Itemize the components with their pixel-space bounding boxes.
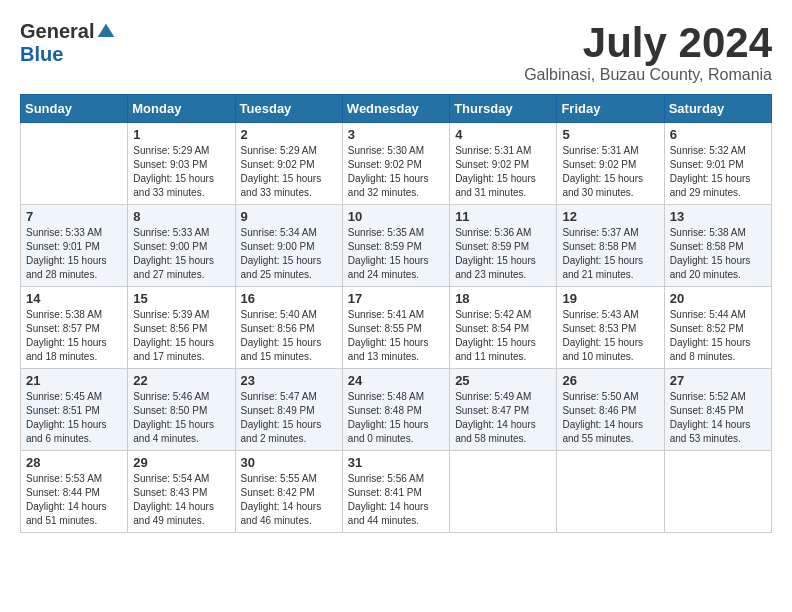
day-info: Sunrise: 5:33 AMSunset: 9:00 PMDaylight:… [133,226,229,282]
day-info: Sunrise: 5:30 AMSunset: 9:02 PMDaylight:… [348,144,444,200]
calendar-cell [450,451,557,533]
day-info: Sunrise: 5:47 AMSunset: 8:49 PMDaylight:… [241,390,337,446]
day-info: Sunrise: 5:48 AMSunset: 8:48 PMDaylight:… [348,390,444,446]
calendar-cell [557,451,664,533]
calendar-cell: 5Sunrise: 5:31 AMSunset: 9:02 PMDaylight… [557,123,664,205]
title-section: July 2024 Galbinasi, Buzau County, Roman… [524,20,772,84]
day-number: 5 [562,127,658,142]
day-info: Sunrise: 5:54 AMSunset: 8:43 PMDaylight:… [133,472,229,528]
day-number: 1 [133,127,229,142]
calendar-cell: 13Sunrise: 5:38 AMSunset: 8:58 PMDayligh… [664,205,771,287]
day-info: Sunrise: 5:56 AMSunset: 8:41 PMDaylight:… [348,472,444,528]
weekday-header-tuesday: Tuesday [235,95,342,123]
day-info: Sunrise: 5:38 AMSunset: 8:57 PMDaylight:… [26,308,122,364]
calendar-week-1: 1Sunrise: 5:29 AMSunset: 9:03 PMDaylight… [21,123,772,205]
day-number: 2 [241,127,337,142]
calendar-cell: 18Sunrise: 5:42 AMSunset: 8:54 PMDayligh… [450,287,557,369]
calendar-cell: 26Sunrise: 5:50 AMSunset: 8:46 PMDayligh… [557,369,664,451]
weekday-header-saturday: Saturday [664,95,771,123]
calendar-cell: 23Sunrise: 5:47 AMSunset: 8:49 PMDayligh… [235,369,342,451]
day-number: 11 [455,209,551,224]
day-info: Sunrise: 5:50 AMSunset: 8:46 PMDaylight:… [562,390,658,446]
day-info: Sunrise: 5:29 AMSunset: 9:03 PMDaylight:… [133,144,229,200]
day-number: 22 [133,373,229,388]
day-info: Sunrise: 5:55 AMSunset: 8:42 PMDaylight:… [241,472,337,528]
day-info: Sunrise: 5:31 AMSunset: 9:02 PMDaylight:… [455,144,551,200]
calendar-cell: 1Sunrise: 5:29 AMSunset: 9:03 PMDaylight… [128,123,235,205]
calendar-cell: 22Sunrise: 5:46 AMSunset: 8:50 PMDayligh… [128,369,235,451]
day-number: 21 [26,373,122,388]
day-number: 4 [455,127,551,142]
calendar-header-row: SundayMondayTuesdayWednesdayThursdayFrid… [21,95,772,123]
day-info: Sunrise: 5:37 AMSunset: 8:58 PMDaylight:… [562,226,658,282]
calendar-cell: 4Sunrise: 5:31 AMSunset: 9:02 PMDaylight… [450,123,557,205]
calendar-cell: 16Sunrise: 5:40 AMSunset: 8:56 PMDayligh… [235,287,342,369]
calendar-cell: 8Sunrise: 5:33 AMSunset: 9:00 PMDaylight… [128,205,235,287]
weekday-header-monday: Monday [128,95,235,123]
day-number: 29 [133,455,229,470]
logo: General Blue [20,20,116,66]
calendar-cell: 24Sunrise: 5:48 AMSunset: 8:48 PMDayligh… [342,369,449,451]
calendar-cell: 2Sunrise: 5:29 AMSunset: 9:02 PMDaylight… [235,123,342,205]
calendar-cell: 19Sunrise: 5:43 AMSunset: 8:53 PMDayligh… [557,287,664,369]
day-number: 30 [241,455,337,470]
day-number: 15 [133,291,229,306]
weekday-header-wednesday: Wednesday [342,95,449,123]
calendar-cell: 25Sunrise: 5:49 AMSunset: 8:47 PMDayligh… [450,369,557,451]
day-number: 19 [562,291,658,306]
month-title: July 2024 [524,20,772,66]
day-number: 9 [241,209,337,224]
calendar-week-4: 21Sunrise: 5:45 AMSunset: 8:51 PMDayligh… [21,369,772,451]
day-number: 3 [348,127,444,142]
day-info: Sunrise: 5:31 AMSunset: 9:02 PMDaylight:… [562,144,658,200]
calendar-week-2: 7Sunrise: 5:33 AMSunset: 9:01 PMDaylight… [21,205,772,287]
day-info: Sunrise: 5:39 AMSunset: 8:56 PMDaylight:… [133,308,229,364]
logo-general-text: General [20,20,94,43]
day-number: 28 [26,455,122,470]
location-title: Galbinasi, Buzau County, Romania [524,66,772,84]
logo-blue-text: Blue [20,43,63,66]
calendar-cell: 30Sunrise: 5:55 AMSunset: 8:42 PMDayligh… [235,451,342,533]
day-number: 13 [670,209,766,224]
calendar-week-5: 28Sunrise: 5:53 AMSunset: 8:44 PMDayligh… [21,451,772,533]
day-number: 6 [670,127,766,142]
weekday-header-sunday: Sunday [21,95,128,123]
day-number: 26 [562,373,658,388]
day-info: Sunrise: 5:36 AMSunset: 8:59 PMDaylight:… [455,226,551,282]
day-info: Sunrise: 5:38 AMSunset: 8:58 PMDaylight:… [670,226,766,282]
calendar-cell: 3Sunrise: 5:30 AMSunset: 9:02 PMDaylight… [342,123,449,205]
day-number: 27 [670,373,766,388]
calendar-cell: 11Sunrise: 5:36 AMSunset: 8:59 PMDayligh… [450,205,557,287]
day-info: Sunrise: 5:40 AMSunset: 8:56 PMDaylight:… [241,308,337,364]
page-header: General Blue July 2024 Galbinasi, Buzau … [20,20,772,84]
day-number: 10 [348,209,444,224]
day-number: 20 [670,291,766,306]
calendar-cell: 21Sunrise: 5:45 AMSunset: 8:51 PMDayligh… [21,369,128,451]
day-info: Sunrise: 5:49 AMSunset: 8:47 PMDaylight:… [455,390,551,446]
day-number: 24 [348,373,444,388]
calendar-cell [21,123,128,205]
day-info: Sunrise: 5:44 AMSunset: 8:52 PMDaylight:… [670,308,766,364]
day-info: Sunrise: 5:43 AMSunset: 8:53 PMDaylight:… [562,308,658,364]
day-info: Sunrise: 5:34 AMSunset: 9:00 PMDaylight:… [241,226,337,282]
calendar-cell: 29Sunrise: 5:54 AMSunset: 8:43 PMDayligh… [128,451,235,533]
day-info: Sunrise: 5:29 AMSunset: 9:02 PMDaylight:… [241,144,337,200]
weekday-header-friday: Friday [557,95,664,123]
calendar-week-3: 14Sunrise: 5:38 AMSunset: 8:57 PMDayligh… [21,287,772,369]
day-number: 25 [455,373,551,388]
calendar-cell: 14Sunrise: 5:38 AMSunset: 8:57 PMDayligh… [21,287,128,369]
svg-marker-0 [98,23,115,36]
day-info: Sunrise: 5:32 AMSunset: 9:01 PMDaylight:… [670,144,766,200]
calendar-cell: 31Sunrise: 5:56 AMSunset: 8:41 PMDayligh… [342,451,449,533]
day-info: Sunrise: 5:33 AMSunset: 9:01 PMDaylight:… [26,226,122,282]
day-number: 16 [241,291,337,306]
day-number: 31 [348,455,444,470]
day-info: Sunrise: 5:46 AMSunset: 8:50 PMDaylight:… [133,390,229,446]
day-info: Sunrise: 5:35 AMSunset: 8:59 PMDaylight:… [348,226,444,282]
calendar-cell [664,451,771,533]
day-number: 18 [455,291,551,306]
day-info: Sunrise: 5:45 AMSunset: 8:51 PMDaylight:… [26,390,122,446]
day-info: Sunrise: 5:53 AMSunset: 8:44 PMDaylight:… [26,472,122,528]
calendar-table: SundayMondayTuesdayWednesdayThursdayFrid… [20,94,772,533]
calendar-cell: 7Sunrise: 5:33 AMSunset: 9:01 PMDaylight… [21,205,128,287]
